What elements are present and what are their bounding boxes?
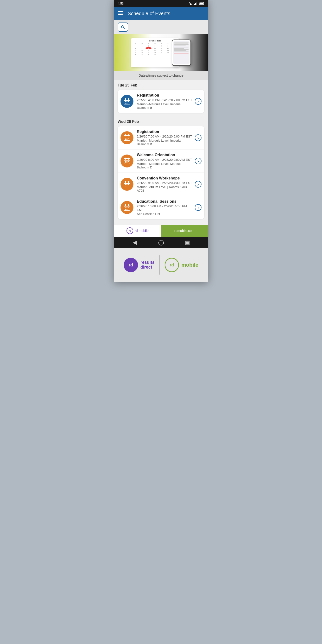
svg-rect-19: [125, 103, 126, 104]
svg-rect-8: [118, 13, 124, 14]
navigation-bar: ◀ ◯ ▣: [114, 237, 208, 248]
back-button[interactable]: ◀: [130, 238, 139, 247]
calendar-icon: [124, 158, 130, 164]
svg-rect-44: [126, 184, 128, 185]
chevron-right-icon[interactable]: ›: [195, 98, 202, 105]
phone-mockup: [172, 40, 191, 66]
event-time: 2/25/20 4:00 PM - 2/25/20 7:00 PM EST: [137, 98, 193, 102]
rd-circle-icon: rd: [126, 227, 133, 234]
svg-rect-20: [126, 103, 128, 104]
phone-screen: 4:53: [114, 0, 208, 282]
svg-rect-53: [126, 208, 128, 208]
event-location: Marriott–Atrium Level | Rooms A703–A708: [137, 185, 193, 192]
event-info-welcome-orientation: Welcome Orientation 2/26/20 8:00 AM - 2/…: [137, 153, 193, 169]
event-title: Convention Workshops: [137, 176, 193, 180]
recents-button[interactable]: ▣: [183, 238, 192, 247]
bottom-branding: rd results direct rd mobile: [114, 248, 208, 282]
page-title: Schedule of Events: [128, 11, 170, 16]
svg-rect-54: [128, 208, 129, 208]
results-direct-icon: rd: [124, 258, 138, 272]
rd-mobile-logo: rd rd mobile: [126, 227, 148, 234]
notice-bar: Dates/times subject to change: [114, 71, 208, 80]
signal-icon: [194, 2, 198, 5]
svg-rect-45: [128, 184, 129, 185]
notice-text: Dates/times subject to change: [138, 74, 184, 78]
results-direct-line1: results: [140, 260, 154, 265]
event-time: 2/26/20 9:00 AM - 2/26/20 4:30 PM EST: [137, 181, 193, 185]
wifi-icon: [188, 2, 192, 5]
svg-rect-46: [125, 186, 126, 186]
hamburger-menu-icon[interactable]: [118, 11, 124, 16]
calendar-icon: [124, 98, 130, 105]
event-icon-orange-3: [120, 178, 134, 191]
brand-divider: [159, 256, 160, 274]
day-label-wed: Wed 26 Feb: [118, 120, 204, 124]
svg-rect-27: [128, 138, 129, 138]
calendar-icon: [124, 181, 130, 188]
event-time: 2/26/20 7:00 AM - 2/26/20 5:00 PM EST: [137, 135, 193, 138]
rdmobile-link-text: rdmobile.com: [174, 229, 194, 233]
svg-rect-9: [118, 14, 124, 15]
svg-rect-36: [128, 161, 129, 162]
results-direct-text-block: results direct: [140, 260, 154, 270]
event-location: Marriott–Marquis Level, Imperial Ballroo…: [137, 139, 193, 146]
chevron-right-icon[interactable]: ›: [195, 204, 202, 211]
calendar-icon: [124, 204, 130, 211]
results-direct-line2: direct: [140, 265, 154, 270]
events-content: Tue 25 Feb: [114, 80, 208, 225]
event-info-educational-sessions: Educational Sessions 2/26/20 10:00 AM - …: [137, 199, 193, 216]
rd-mobile-label: rd mobile: [135, 229, 148, 233]
event-time: 2/26/20 10:00 AM - 2/26/20 5:50 PM EST: [137, 204, 193, 212]
footer-logo-left: rd rd mobile: [114, 225, 161, 237]
day-section-wed: Wed 26 Feb: [114, 116, 208, 219]
status-bar: 4:53: [114, 0, 208, 7]
svg-rect-16: [125, 101, 126, 102]
event-row-registration-wed[interactable]: Registration 2/26/20 7:00 AM - 2/26/20 5…: [118, 126, 204, 150]
event-row-convention-workshops[interactable]: Convention Workshops 2/26/20 9:00 AM - 2…: [118, 173, 204, 196]
event-icon-orange-4: [120, 201, 134, 214]
search-icon: [120, 25, 125, 30]
event-time: 2/26/20 8:00 AM - 2/26/20 9:00 AM EST: [137, 158, 193, 162]
svg-rect-55: [125, 209, 126, 210]
svg-rect-17: [126, 101, 128, 102]
svg-rect-56: [126, 209, 128, 210]
rdmobile-brand: rd mobile: [164, 258, 198, 272]
event-row-registration-tue[interactable]: Registration 2/25/20 4:00 PM - 2/25/20 7…: [118, 90, 204, 113]
event-row-welcome-orientation[interactable]: Welcome Orientation 2/26/20 8:00 AM - 2/…: [118, 150, 204, 173]
chevron-right-icon[interactable]: ›: [195, 134, 202, 141]
top-bar: Schedule of Events: [114, 7, 208, 20]
svg-rect-35: [126, 161, 128, 162]
event-icon-orange-1: [120, 131, 134, 144]
event-title: Educational Sessions: [137, 199, 193, 204]
svg-rect-25: [125, 138, 126, 138]
svg-rect-6: [204, 3, 204, 4]
status-icons: [188, 2, 204, 5]
event-title: Registration: [137, 130, 193, 134]
event-info-registration-tue: Registration 2/25/20 4:00 PM - 2/25/20 7…: [137, 93, 193, 110]
day-section-tue: Tue 25 Feb: [114, 80, 208, 113]
footer-link-right[interactable]: rdmobile.com: [161, 225, 208, 237]
svg-rect-34: [125, 161, 126, 162]
event-info-convention-workshops: Convention Workshops 2/26/20 9:00 AM - 2…: [137, 176, 193, 192]
svg-rect-52: [125, 208, 126, 208]
chevron-right-icon[interactable]: ›: [195, 181, 202, 188]
search-area: [114, 20, 208, 34]
banner-image: October 2018 SM TW TF S 12 345 6 789 101…: [114, 34, 208, 71]
event-icon-orange-2: [120, 154, 134, 168]
status-time: 4:53: [118, 2, 124, 5]
event-title: Registration: [137, 93, 193, 98]
events-card-wed: Registration 2/26/20 7:00 AM - 2/26/20 5…: [118, 126, 204, 219]
svg-rect-18: [128, 101, 129, 102]
svg-line-11: [124, 28, 125, 29]
search-button[interactable]: [118, 22, 128, 32]
home-button[interactable]: ◯: [157, 238, 165, 247]
battery-icon: [199, 2, 204, 5]
footer-bar: rd rd mobile rdmobile.com: [114, 225, 208, 237]
chevron-right-icon[interactable]: ›: [195, 158, 202, 164]
rdmobile-label-bottom: mobile: [181, 262, 198, 268]
svg-rect-1: [194, 4, 195, 5]
event-location: Marriott–Marquis Level, Marquis Ballroom…: [137, 162, 193, 169]
event-row-educational-sessions[interactable]: Educational Sessions 2/26/20 10:00 AM - …: [118, 196, 204, 219]
svg-rect-43: [125, 184, 126, 185]
event-location: See Session List: [137, 212, 193, 216]
